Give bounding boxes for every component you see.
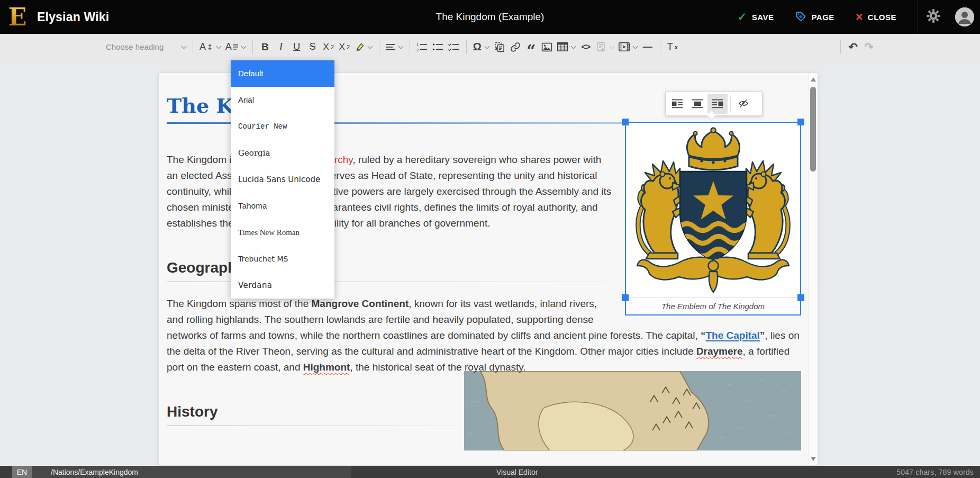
resize-handle[interactable] [622,119,629,125]
toolbar-divider [660,40,660,54]
city-name-misspelled: Highmont [303,362,350,373]
wrap-text-left-button[interactable] [707,94,728,114]
redo-button[interactable]: ↷ [861,38,877,57]
insert-media-button[interactable] [616,38,640,57]
gear-icon [926,8,941,25]
image-icon [541,42,552,52]
quote-mark: ” [760,330,765,341]
wiki-logo[interactable]: E [6,4,29,30]
link-button[interactable] [507,38,523,57]
bullet-list-button[interactable] [430,38,446,57]
clear-formatting-button[interactable]: Tx [665,38,680,57]
image-alignment-toolbar [665,91,763,116]
bold-term: Mangrove Continent [312,298,409,309]
image-caption[interactable]: The Emblem of The Kingdom [626,297,800,314]
undo-redo-group: ↶ ↷ [836,38,877,57]
font-option-default[interactable]: Default [231,60,334,87]
font-option-verdana[interactable]: Verdana [231,272,334,299]
insert-table-button[interactable] [555,38,578,57]
heading-select-placeholder: Choose heading [106,42,164,51]
superscript-button[interactable]: X2 [337,38,352,57]
media-icon [619,42,630,51]
editor-toolbar: Choose heading A↕ A B I U S X2 X2 [0,34,980,60]
strikethrough-button[interactable]: S [305,38,321,57]
toggle-caption-button[interactable] [733,94,754,114]
omega-icon: Ω [473,41,482,53]
toolbar-divider [466,40,467,54]
account-button[interactable] [949,0,980,34]
image-right-wrap-icon [712,99,723,109]
wrap-text-right-button[interactable] [667,94,687,114]
underline-button[interactable]: U [289,38,305,57]
subscript-button[interactable]: X2 [321,38,337,57]
selected-image-figure[interactable]: The Emblem of The Kingdom [625,122,801,315]
resize-handle[interactable] [797,294,804,301]
font-lines-icon [233,44,238,50]
chevron-down-icon [398,44,403,49]
updown-arrows-icon: ↕ [207,43,213,51]
highlight-button[interactable] [352,38,375,57]
image-left-wrap-icon [672,99,683,109]
resize-handle[interactable] [622,294,629,301]
scrollbar-thumb[interactable] [810,87,816,172]
subscript-number: 2 [331,44,334,50]
insert-image-button[interactable] [539,38,555,57]
font-option-times[interactable]: Times New Roman [231,219,334,246]
toolbar-divider [379,40,379,54]
special-character-button[interactable]: Ω [471,38,492,57]
code-button[interactable]: <> [578,38,594,57]
font-size-button[interactable]: A↕ [197,38,223,57]
superscript-icon: X [339,42,345,52]
close-x-icon: × [856,11,863,23]
font-option-tahoma[interactable]: Tahoma [231,193,334,219]
chevron-down-icon [241,44,246,49]
check-icon: ✓ [738,11,747,23]
subscript-icon: X [323,42,329,52]
scroll-down-arrow[interactable] [811,457,816,461]
geo-text: , the historical seat of the royal dynas… [350,362,525,373]
bubble-divider [730,95,731,112]
save-label: SAVE [752,13,774,22]
font-option-trebuchet[interactable]: Trebuchet MS [231,246,334,272]
horizontal-rule-button[interactable]: — [640,38,656,57]
page-scrollbar[interactable] [808,73,818,465]
font-option-arial[interactable]: Arial [231,87,334,113]
resize-handle[interactable] [797,119,804,125]
table-icon [557,42,568,51]
font-family-button[interactable]: A [223,38,248,57]
template-button[interactable] [594,38,616,57]
ordered-list-button[interactable]: 1 2 [414,38,430,57]
wiki-link-the-capital[interactable]: The Capital [705,330,759,341]
blockquote-button[interactable]: “ [523,38,539,57]
page-button[interactable]: PAGE [795,11,834,24]
font-option-lucida[interactable]: Lucida Sans Unicode [231,166,334,193]
break-text-button[interactable] [687,94,707,114]
save-button[interactable]: ✓ SAVE [738,11,774,23]
close-button[interactable]: × CLOSE [856,11,896,23]
close-label: CLOSE [868,13,896,22]
paste-content-button[interactable] [492,38,507,57]
align-button[interactable] [384,38,405,57]
italic-button[interactable]: I [273,38,289,57]
bold-button[interactable]: B [257,38,273,57]
font-option-courier-new[interactable]: Courier New [231,113,334,140]
chevron-down-icon [368,44,373,49]
document-title: The Kingdom (Example) [436,11,545,23]
scroll-up-arrow[interactable] [811,77,816,82]
kingdom-emblem-image [626,123,800,297]
settings-button[interactable] [918,0,949,34]
section-heading-history: History [167,403,456,426]
font-size-icon: A [199,41,206,52]
font-option-georgia[interactable]: Georgia [231,140,334,166]
task-list-icon [448,42,459,52]
page-path[interactable]: /Nations/ExampleKingdom [32,466,351,478]
heading-style-select[interactable]: Choose heading [106,42,186,51]
chevron-down-icon [485,44,489,49]
align-lines-icon [386,43,395,51]
undo-button[interactable]: ↶ [845,38,861,57]
map-image[interactable] [464,371,801,450]
language-indicator[interactable]: EN [12,466,32,478]
word-count: 5047 chars, 789 words [896,466,974,478]
clear-format-icon: T [667,41,673,52]
task-list-button[interactable] [446,38,462,57]
